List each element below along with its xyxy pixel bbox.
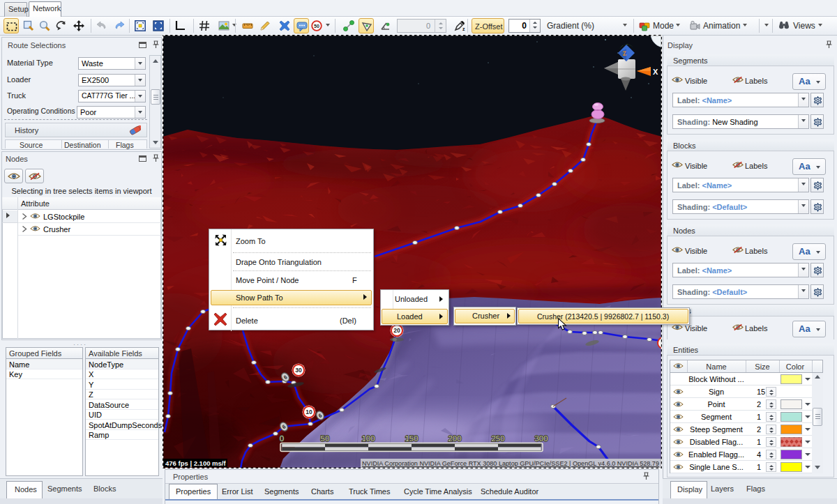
svg-text:z: z	[462, 26, 465, 31]
svg-text:50: 50	[314, 24, 319, 29]
